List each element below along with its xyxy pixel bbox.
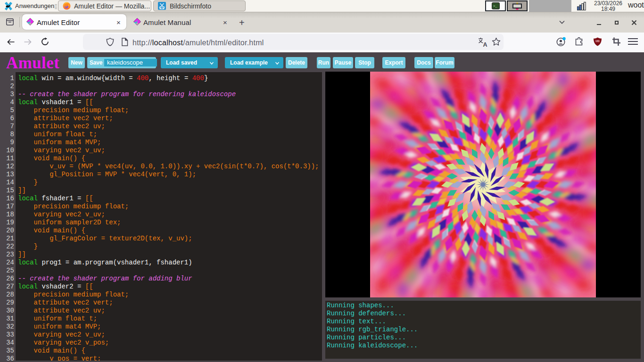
svg-text:UO: UO	[595, 40, 600, 42]
svg-text:A: A	[483, 41, 487, 48]
svg-text:>_: >_	[493, 4, 497, 8]
